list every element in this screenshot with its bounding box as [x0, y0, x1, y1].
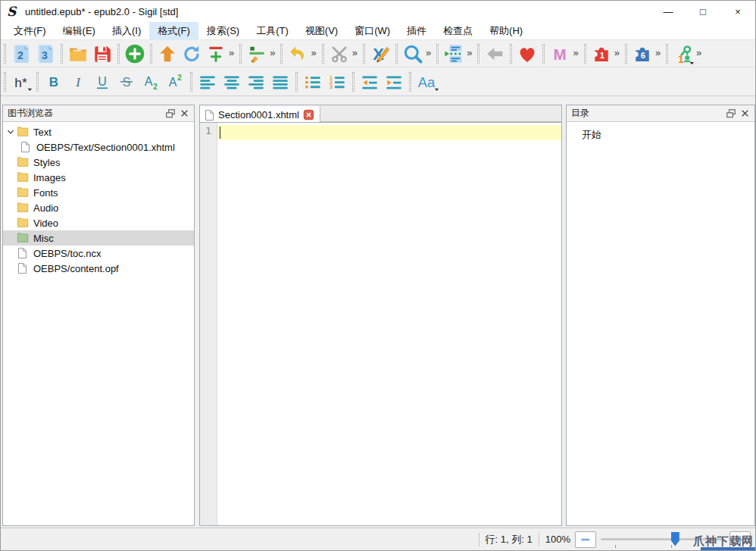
toolbar-grip[interactable] — [666, 44, 668, 64]
toolbar-overflow-chevron[interactable]: » — [695, 47, 704, 60]
close-panel-icon[interactable] — [177, 108, 191, 120]
tree-item-audio-folder[interactable]: Audio — [3, 200, 194, 215]
toolbar-grip[interactable] — [150, 44, 152, 64]
toolbar-overflow-chevron[interactable]: » — [425, 47, 433, 60]
menu-item-view[interactable]: 视图(V) — [297, 22, 346, 40]
toolbar-grip[interactable] — [510, 44, 512, 64]
menu-item-plugins[interactable]: 插件 — [398, 22, 435, 40]
toolbar-grip[interactable] — [322, 44, 324, 64]
toolbar-grip[interactable] — [542, 44, 545, 64]
tree-item-text-folder[interactable]: Text — [3, 124, 194, 139]
toolbar-grip[interactable] — [295, 72, 298, 92]
toolbar-grip[interactable] — [4, 72, 6, 92]
save-icon[interactable] — [90, 42, 114, 65]
text-case-icon[interactable]: Aa — [414, 70, 439, 93]
toolbar-grip[interactable] — [352, 72, 355, 92]
new-epub3-icon[interactable]: 3 — [33, 42, 58, 65]
spellcheck-icon[interactable] — [245, 42, 269, 65]
menu-item-edit[interactable]: 编辑(E) — [55, 22, 104, 40]
toolbar-grip[interactable] — [61, 44, 63, 64]
tab-section0001[interactable]: Section0001.xhtml — [200, 105, 320, 122]
menu-item-tools[interactable]: 工具(T) — [248, 22, 297, 40]
chevron-expanded-icon[interactable] — [6, 127, 15, 136]
new-epub2-icon[interactable]: 2 — [9, 42, 33, 65]
puzzle-red-icon[interactable]: 1 — [589, 42, 614, 65]
m-plugin-icon[interactable]: M — [548, 42, 572, 65]
superscript-icon[interactable]: A2 — [163, 70, 187, 93]
puzzle-blue-icon[interactable]: 6 — [630, 42, 654, 65]
toolbar-overflow-chevron[interactable]: » — [614, 47, 622, 60]
tree-item-styles-folder[interactable]: Styles — [3, 155, 194, 170]
toolbar-grip[interactable] — [280, 44, 283, 64]
close-button[interactable]: × — [720, 1, 755, 22]
italic-icon[interactable]: I — [66, 70, 90, 93]
toolbar-grip[interactable] — [4, 44, 6, 64]
bullet-list-icon[interactable] — [301, 70, 325, 93]
tree-item-toc-ncx-file[interactable]: OEBPS/toc.ncx — [3, 246, 194, 261]
zoom-slider-handle[interactable] — [671, 532, 679, 546]
find-replace-icon[interactable] — [401, 42, 425, 65]
heading-select-icon[interactable]: h* — [9, 70, 33, 93]
toolbar-grip[interactable] — [117, 44, 120, 64]
undo-icon[interactable] — [286, 42, 310, 65]
float-panel-icon[interactable] — [164, 108, 177, 120]
toolbar-overflow-chevron[interactable]: » — [351, 47, 360, 60]
align-justify-icon[interactable] — [268, 70, 292, 93]
zoom-out-button[interactable] — [575, 531, 596, 548]
align-left-icon[interactable] — [195, 70, 220, 93]
refresh-icon[interactable] — [180, 42, 204, 65]
cut-scissors-icon[interactable] — [327, 42, 351, 65]
code-area[interactable] — [217, 123, 561, 525]
menu-item-insert[interactable]: 插入(I) — [104, 22, 149, 40]
tree-item-video-folder[interactable]: Video — [3, 215, 194, 230]
tree-item-images-folder[interactable]: Images — [3, 170, 194, 185]
arrow-up-icon[interactable] — [155, 42, 180, 65]
add-circle-icon[interactable] — [123, 42, 147, 65]
toolbar-overflow-chevron[interactable]: » — [310, 47, 318, 60]
back-arrow-icon[interactable] — [483, 42, 507, 65]
toolbar-grip[interactable] — [409, 72, 411, 92]
toolbar-overflow-chevron[interactable]: » — [572, 47, 580, 60]
underline-icon[interactable]: U — [90, 70, 114, 93]
align-right-icon[interactable] — [244, 70, 268, 93]
menu-item-help[interactable]: 帮助(H) — [481, 22, 531, 40]
maximize-button[interactable]: □ — [686, 1, 720, 22]
toolbar-overflow-chevron[interactable]: » — [269, 47, 277, 60]
tab-close-icon[interactable] — [303, 109, 314, 121]
toolbar-overflow-chevron[interactable]: » — [466, 47, 474, 60]
open-folder-icon[interactable] — [66, 42, 90, 65]
robot-plugin-icon[interactable]: 1 — [671, 42, 695, 65]
toolbar-overflow-chevron[interactable]: » — [654, 47, 663, 60]
tree-item-fonts-folder[interactable]: Fonts — [3, 185, 194, 200]
tree-item-misc-folder[interactable]: Misc — [3, 230, 194, 246]
numbered-list-icon[interactable]: 123 — [325, 70, 349, 93]
menu-item-format[interactable]: 格式(F) — [149, 22, 198, 40]
menu-item-checkpoint[interactable]: 检查点 — [435, 22, 481, 40]
toolbar-grip[interactable] — [363, 44, 365, 64]
mend-code-icon[interactable]: X — [368, 42, 392, 65]
strikethrough-icon[interactable]: S — [114, 70, 139, 93]
bold-icon[interactable]: B — [42, 70, 66, 93]
toolbar-grip[interactable] — [395, 44, 398, 64]
toolbar-grip[interactable] — [190, 72, 192, 92]
split-marker-icon[interactable] — [442, 42, 466, 65]
toolbar-overflow-chevron[interactable]: » — [228, 47, 236, 60]
tree-item-content-opf-file[interactable]: OEBPS/content.opf — [3, 261, 194, 276]
toolbar-grip[interactable] — [36, 72, 39, 92]
float-panel-icon[interactable] — [724, 108, 738, 120]
donate-heart-icon[interactable] — [515, 42, 539, 65]
menu-item-window[interactable]: 窗口(W) — [346, 22, 398, 40]
subscript-icon[interactable]: A2 — [139, 70, 163, 93]
toolbar-grip[interactable] — [584, 44, 586, 64]
toolbar-grip[interactable] — [477, 44, 480, 64]
menu-item-search[interactable]: 搜索(S) — [198, 22, 248, 40]
close-panel-icon[interactable] — [738, 108, 751, 120]
insert-split-icon[interactable] — [204, 42, 228, 65]
align-center-icon[interactable] — [220, 70, 244, 93]
toolbar-grip[interactable] — [239, 44, 242, 64]
code-view[interactable]: 1 — [199, 122, 562, 526]
toolbar-grip[interactable] — [436, 44, 439, 64]
tree-item-section0001-file[interactable]: OEBPS/Text/Section0001.xhtml — [3, 139, 194, 155]
minimize-button[interactable]: — — [651, 1, 686, 22]
toolbar-grip[interactable] — [625, 44, 627, 64]
